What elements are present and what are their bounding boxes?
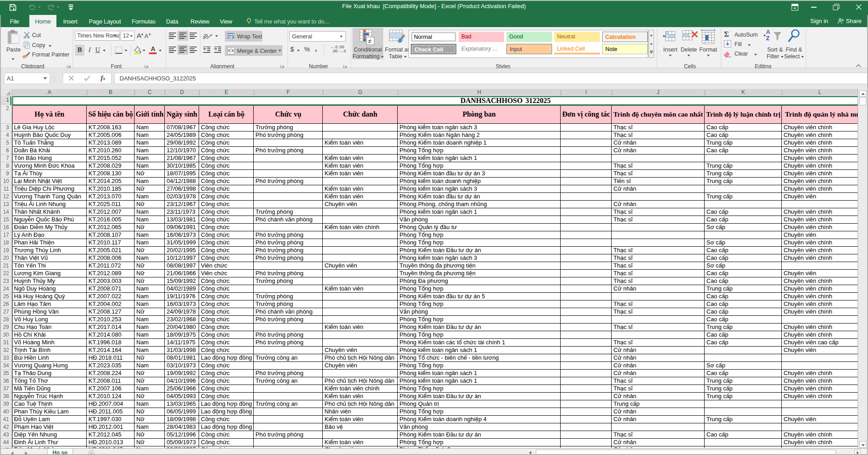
svg-text:ab: ab — [203, 32, 209, 41]
svg-text:≠: ≠ — [368, 38, 372, 45]
